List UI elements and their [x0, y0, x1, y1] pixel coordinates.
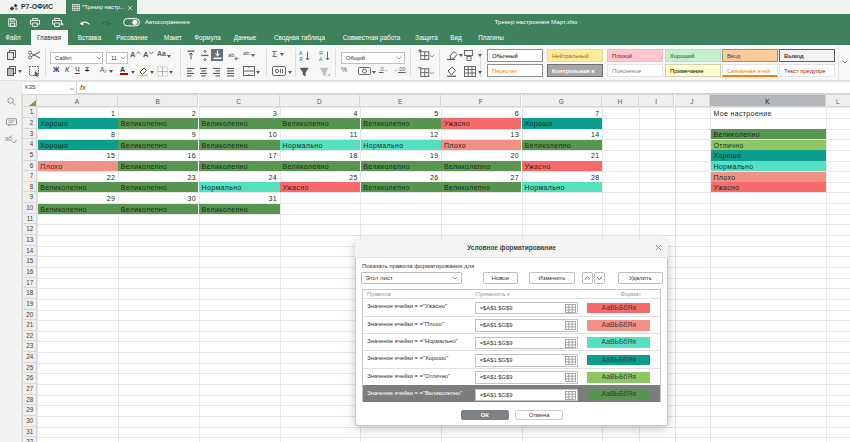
svg-text:Я: Я	[299, 56, 303, 62]
svg-text:А: А	[319, 56, 323, 62]
svg-text:ab: ab	[228, 52, 235, 58]
svg-text:аб: аб	[5, 135, 13, 142]
